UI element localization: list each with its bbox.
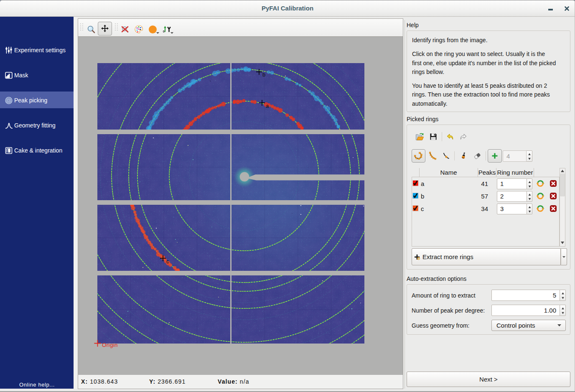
svg-text:a: a [266, 103, 269, 109]
svg-text:c: c [166, 258, 169, 265]
svg-text:b: b [262, 71, 265, 78]
